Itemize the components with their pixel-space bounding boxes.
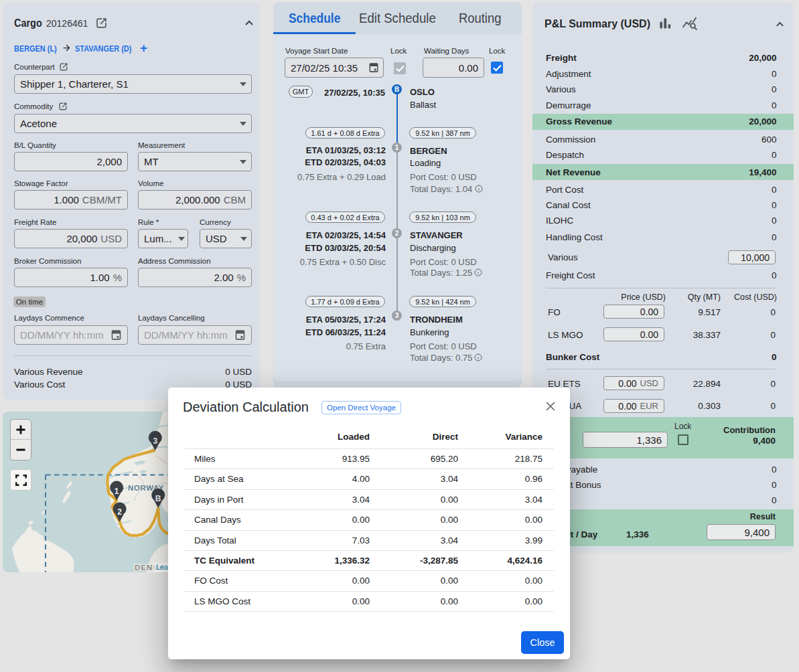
svg-text:3: 3 [153,436,157,446]
svg-text:B: B [155,494,161,503]
svg-text:2: 2 [117,507,122,517]
svg-text:1: 1 [115,487,119,496]
